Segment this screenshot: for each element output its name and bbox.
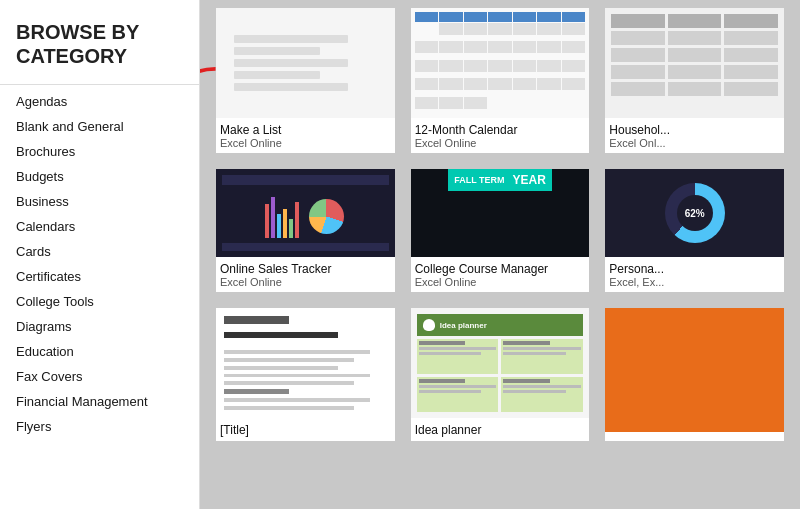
template-name: Make a List: [220, 123, 391, 137]
template-info: [Title]: [216, 418, 395, 441]
template-name: College Course Manager: [415, 262, 586, 276]
template-thumbnail: [216, 8, 395, 118]
template-app: Excel Online: [220, 137, 391, 149]
sidebar-item-blank-and-general[interactable]: Blank and General: [0, 114, 199, 139]
template-card[interactable]: 12-Month Calendar Excel Online: [411, 8, 590, 153]
category-list: AgendasBlank and GeneralBrochuresBudgets…: [0, 89, 199, 439]
template-name: Persona...: [609, 262, 780, 276]
template-thumbnail: 62%: [605, 169, 784, 257]
sidebar-item-flyers[interactable]: Flyers: [0, 414, 199, 439]
template-card[interactable]: 62% Persona... Excel, Ex...: [605, 169, 784, 292]
template-name: [Title]: [220, 423, 391, 437]
sidebar-item-calendars[interactable]: Calendars: [0, 214, 199, 239]
template-info: College Course Manager Excel Online: [411, 257, 590, 292]
sidebar-item-budgets[interactable]: Budgets: [0, 164, 199, 189]
template-info: Persona... Excel, Ex...: [605, 257, 784, 292]
template-info: 12-Month Calendar Excel Online: [411, 118, 590, 153]
template-card[interactable]: Online Sales Tracker Excel Online: [216, 169, 395, 292]
template-name: Idea planner: [415, 423, 586, 437]
main-content: Make a List Excel Online: [200, 0, 800, 509]
browse-title: BROWSE BY CATEGORY: [0, 10, 199, 85]
template-card[interactable]: Make a List Excel Online: [216, 8, 395, 153]
sidebar-item-brochures[interactable]: Brochures: [0, 139, 199, 164]
sidebar-item-certificates[interactable]: Certificates: [0, 264, 199, 289]
template-app: Excel Onl...: [609, 137, 780, 149]
sidebar-item-financial-management[interactable]: Financial Management: [0, 389, 199, 414]
sidebar-item-education[interactable]: Education: [0, 339, 199, 364]
template-info: Househol... Excel Onl...: [605, 118, 784, 153]
template-thumbnail: [411, 8, 590, 118]
template-app: Excel, Ex...: [609, 276, 780, 288]
sidebar-item-agendas[interactable]: Agendas: [0, 89, 199, 114]
template-app: Excel Online: [415, 276, 586, 288]
template-thumbnail: FALL TERM YEAR: [411, 169, 590, 257]
template-card[interactable]: FALL TERM YEAR College Course Manager Ex…: [411, 169, 590, 292]
template-card[interactable]: Househol... Excel Onl...: [605, 8, 784, 153]
template-name: Online Sales Tracker: [220, 262, 391, 276]
template-app: Excel Online: [415, 137, 586, 149]
template-thumbnail: [216, 308, 395, 418]
template-thumbnail: Idea planner: [411, 308, 590, 418]
template-thumbnail: [605, 308, 784, 432]
sidebar-item-college-tools[interactable]: College Tools: [0, 289, 199, 314]
template-card[interactable]: [605, 308, 784, 441]
template-info: Idea planner: [411, 418, 590, 441]
sidebar-item-business[interactable]: Business: [0, 189, 199, 214]
template-info: Make a List Excel Online: [216, 118, 395, 153]
sidebar-item-cards[interactable]: Cards: [0, 239, 199, 264]
template-grid: Make a List Excel Online: [212, 0, 788, 449]
donut-label: 62%: [677, 195, 713, 231]
template-info: [605, 432, 784, 441]
template-thumbnail: [216, 169, 395, 257]
template-thumbnail: [605, 8, 784, 118]
template-info: Online Sales Tracker Excel Online: [216, 257, 395, 292]
sidebar-item-fax-covers[interactable]: Fax Covers: [0, 364, 199, 389]
sidebar-item-diagrams[interactable]: Diagrams: [0, 314, 199, 339]
template-card[interactable]: Idea planner: [411, 308, 590, 441]
template-name: 12-Month Calendar: [415, 123, 586, 137]
template-card[interactable]: [Title]: [216, 308, 395, 441]
sidebar: BROWSE BY CATEGORY AgendasBlank and Gene…: [0, 0, 200, 509]
template-name: Househol...: [609, 123, 780, 137]
template-app: Excel Online: [220, 276, 391, 288]
